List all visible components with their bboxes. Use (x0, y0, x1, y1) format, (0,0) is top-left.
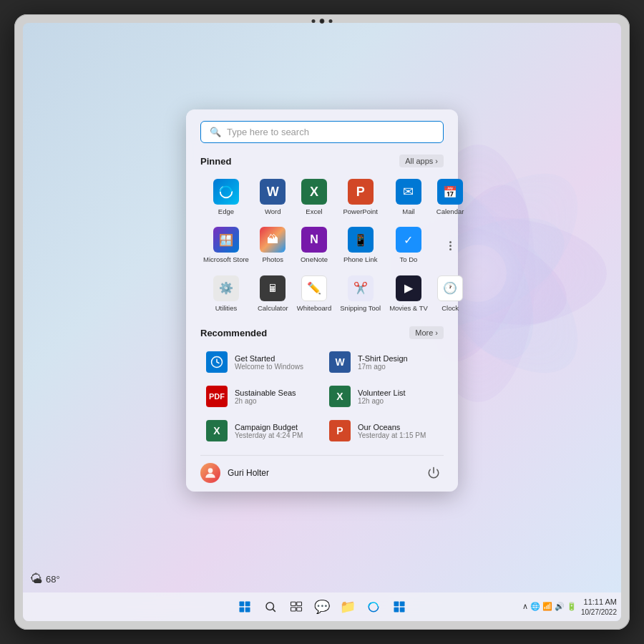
battery-icon[interactable]: 🔋 (567, 602, 577, 611)
rec-tshirt[interactable]: W T-Shirt Design 17m ago (323, 346, 444, 378)
svg-rect-19 (297, 608, 302, 611)
edge-label: Edge (218, 208, 234, 215)
excel-icon: X (301, 179, 327, 205)
taskbar: 💬 📁 (23, 592, 621, 621)
app-calendar[interactable]: 📅 Calendar (434, 175, 467, 220)
snipping-label: Snipping Tool (340, 304, 381, 312)
more-dots[interactable] (434, 223, 467, 268)
taskbar-start[interactable] (233, 595, 256, 618)
app-word[interactable]: W Word (255, 175, 291, 220)
time-text: 11:11 AM (581, 597, 617, 607)
taskbar-search[interactable] (259, 595, 282, 618)
clock-display[interactable]: 11:11 AM 10/27/2022 (581, 597, 617, 616)
chevron-icon[interactable]: ∧ (522, 602, 528, 611)
excel-label: Excel (306, 208, 322, 215)
search-bar[interactable]: 🔍 Type here to search (200, 121, 444, 143)
app-onenote[interactable]: N OneNote (294, 223, 335, 268)
rec-tshirt-info: T-Shirt Design 17m ago (358, 354, 438, 371)
taskbar-teams[interactable]: 💬 (311, 595, 333, 618)
clock-label: Clock (441, 304, 459, 312)
photos-icon: 🏔 (260, 227, 286, 253)
rec-budget[interactable]: X Campaign Budget Yesterday at 4:24 PM (200, 415, 321, 447)
app-movies[interactable]: ▶ Movies & TV (386, 271, 431, 316)
store-icon: 🪟 (213, 227, 239, 253)
onenote-icon: N (301, 227, 327, 253)
rec-oceans-time: Yesterday at 1:15 PM (358, 431, 438, 439)
camera-dot-2 (329, 19, 333, 23)
svg-point-10 (208, 468, 213, 473)
rec-oceans[interactable]: P Our Oceans Yesterday at 1:15 PM (323, 415, 444, 447)
more-button[interactable]: More › (409, 326, 444, 339)
mail-icon: ✉ (396, 179, 421, 205)
rec-seas-name: Sustainable Seas (235, 389, 315, 397)
app-utilities[interactable]: ⚙️ Utilities (200, 271, 252, 316)
svg-rect-23 (400, 608, 405, 613)
app-store[interactable]: 🪟 Microsoft Store (200, 223, 252, 268)
network-icon[interactable]: 🌐 (530, 602, 540, 611)
all-apps-button[interactable]: All apps › (399, 155, 444, 167)
app-powerpoint[interactable]: P PowerPoint (337, 175, 384, 220)
recommended-label: Recommended (200, 328, 267, 338)
calendar-icon: 📅 (437, 179, 463, 205)
app-whiteboard[interactable]: ✏️ Whiteboard (294, 271, 335, 316)
rec-get-started[interactable]: Get Started Welcome to Windows (200, 346, 321, 378)
svg-rect-22 (394, 608, 399, 613)
rec-seas-info: Sustainable Seas 2h ago (235, 389, 315, 405)
power-button[interactable] (424, 463, 444, 483)
sys-tray-icons: ∧ 🌐 📶 🔊 🔋 (522, 602, 577, 611)
app-edge[interactable]: Edge (200, 175, 252, 220)
powerpoint-icon: P (348, 179, 374, 205)
svg-rect-14 (245, 608, 250, 613)
search-icon: 🔍 (210, 127, 221, 137)
svg-rect-21 (400, 602, 405, 607)
taskbar-right: ∧ 🌐 📶 🔊 🔋 11:11 AM 10/27/2022 (522, 597, 617, 616)
app-mail[interactable]: ✉ Mail (386, 175, 431, 220)
recommended-grid: Get Started Welcome to Windows W T-Shirt… (200, 346, 444, 447)
rec-budget-info: Campaign Budget Yesterday at 4:24 PM (235, 423, 315, 439)
app-photos[interactable]: 🏔 Photos (255, 223, 291, 268)
store-label: Microsoft Store (203, 255, 249, 263)
wifi-icon[interactable]: 📶 (542, 602, 552, 611)
rec-seas[interactable]: PDF Sustainable Seas 2h ago (200, 381, 321, 412)
volume-icon[interactable]: 🔊 (555, 602, 565, 611)
taskbar-edge[interactable] (362, 595, 385, 618)
camera-lens (320, 19, 325, 24)
rec-oceans-info: Our Oceans Yesterday at 1:15 PM (358, 423, 438, 439)
word-label: Word (265, 208, 281, 215)
pinned-apps-grid: Edge W Word X Excel P PowerPoint ✉ Mail (200, 175, 444, 316)
taskbar-store[interactable] (388, 595, 411, 618)
taskbar-center: 💬 📁 (233, 595, 411, 618)
app-todo[interactable]: ✓ To Do (386, 223, 431, 268)
clock-icon: 🕐 (437, 275, 463, 301)
app-snipping[interactable]: ✂️ Snipping Tool (337, 271, 384, 316)
movies-label: Movies & TV (389, 304, 428, 312)
taskbar-files[interactable]: 📁 (336, 595, 359, 618)
rec-volunteer[interactable]: X Volunteer List 12h ago (323, 381, 444, 412)
camera-bar (312, 19, 333, 24)
svg-rect-12 (245, 602, 250, 607)
rec-budget-name: Campaign Budget (235, 423, 315, 431)
app-clock[interactable]: 🕐 Clock (434, 271, 467, 316)
app-calculator[interactable]: 🖩 Calculator (255, 271, 291, 316)
pinned-header: Pinned All apps › (200, 155, 444, 167)
volunteer-icon: X (329, 386, 351, 407)
movies-icon: ▶ (396, 275, 421, 301)
snipping-icon: ✂️ (348, 275, 374, 301)
device-frame: 🔍 Type here to search Pinned All apps › (14, 14, 630, 630)
app-excel[interactable]: X Excel (294, 175, 335, 220)
budget-icon: X (206, 420, 228, 441)
user-info[interactable]: Guri Holter (200, 463, 269, 483)
app-phonelink[interactable]: 📱 Phone Link (337, 223, 384, 268)
rec-volunteer-name: Volunteer List (358, 389, 438, 397)
tshirt-icon: W (329, 351, 351, 373)
rec-get-started-name: Get Started (235, 354, 315, 363)
photos-label: Photos (262, 255, 283, 263)
taskbar-task-view[interactable] (285, 595, 308, 618)
recommended-header: Recommended More › (200, 326, 444, 339)
seas-icon: PDF (206, 386, 228, 407)
avatar (200, 463, 220, 483)
calculator-icon: 🖩 (260, 275, 286, 301)
calendar-label: Calendar (436, 208, 464, 215)
mail-label: Mail (402, 208, 414, 215)
user-bar: Guri Holter (200, 455, 444, 492)
